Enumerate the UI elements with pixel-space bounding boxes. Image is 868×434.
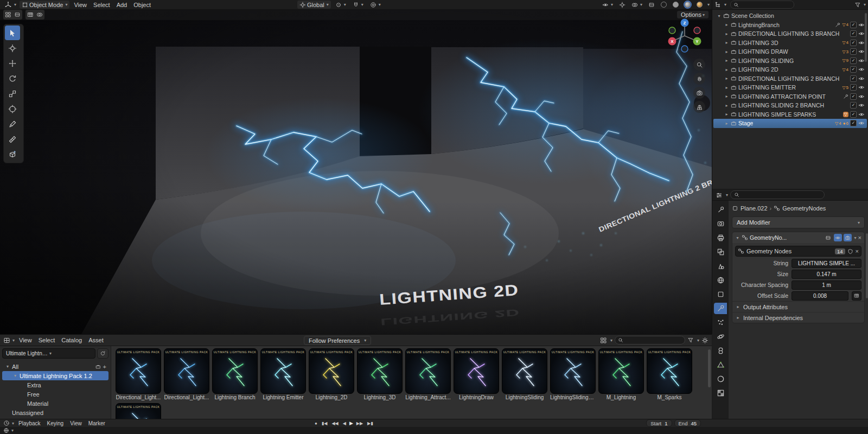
checkbox-icon[interactable]: ✓ [850, 120, 857, 126]
asset-card[interactable]: ULTIMATE LIGHTNING PACK Lightning Branch [212, 348, 258, 401]
asset-thumbnail[interactable]: ULTIMATE LIGHTNING PACK [357, 348, 403, 394]
transform-tool[interactable] [5, 101, 20, 116]
xray-toggle[interactable] [646, 1, 657, 9]
asset-thumbnail[interactable]: ULTIMATE LIGHTNING PACK [598, 348, 644, 394]
shading-rendered-button[interactable] [694, 1, 705, 9]
asset-browser-editor-icon[interactable] [3, 337, 10, 344]
select-through-icon[interactable] [26, 10, 35, 19]
outliner-row[interactable]: ▸ DIRECTIONAL LIGHTNING 3 BRANCH ▽ ▽ ● ✓ [713, 29, 867, 39]
disclosure-triangle-icon[interactable]: ▸ [724, 67, 729, 72]
eye-icon[interactable] [858, 93, 865, 100]
catalog-expand-icon[interactable]: ▾ [13, 373, 17, 378]
texture-tab[interactable] [714, 387, 727, 399]
checkbox-icon[interactable]: ✓ [850, 48, 857, 55]
snap-toggle[interactable]: ▾ [350, 1, 366, 9]
timeline-menu-item[interactable]: Playback [15, 420, 44, 426]
outliner-editor-icon[interactable] [714, 1, 722, 8]
disclosure-triangle-icon[interactable]: ▾ [717, 14, 722, 18]
view-layer-tab[interactable] [714, 246, 727, 258]
checkbox-icon[interactable]: ✓ [850, 40, 857, 46]
shading-wireframe-button[interactable] [659, 1, 669, 9]
tool-tab[interactable] [714, 204, 727, 215]
cursor-tool[interactable] [5, 41, 20, 55]
checkbox-icon[interactable]: ✓ [850, 66, 857, 73]
asset-browser-menu-item[interactable]: Catalog [58, 336, 85, 344]
show-gizmo-toggle[interactable] [617, 1, 628, 9]
eye-icon[interactable] [858, 75, 865, 82]
asset-browser-menu-item[interactable]: Asset [85, 336, 107, 344]
asset-browser-menu-item[interactable]: View [16, 336, 35, 344]
checkbox-icon[interactable]: ✓ [850, 111, 857, 118]
node-group-selector[interactable]: Geometry Nodes 14 × [735, 246, 861, 257]
eye-icon[interactable] [858, 48, 865, 55]
physics-tab[interactable] [714, 331, 727, 342]
asset-thumbnail[interactable]: ULTIMATE LIGHTNING PACK [550, 348, 596, 394]
gear-icon[interactable] [701, 337, 709, 344]
eye-icon[interactable] [858, 30, 865, 37]
asset-library-dropdown[interactable]: Ultimate Lightning Pack v1.2 ▾ [2, 348, 95, 359]
asset-card[interactable]: ULTIMATE LIGHTNING PACK [116, 403, 161, 419]
subpanel-row[interactable]: ▸ Output Attributes [732, 301, 864, 312]
catalog-row[interactable]: ▾ All + [2, 362, 108, 371]
import-method-dropdown[interactable]: Follow Preferences ▾ [304, 336, 371, 345]
outliner-root-row[interactable]: ▾ Scene Collection [713, 11, 867, 21]
gizmo-z-neg[interactable] [681, 46, 688, 52]
catalog-archive-icon[interactable] [95, 364, 101, 369]
field-value[interactable]: 0.147 m [792, 270, 861, 279]
display-mode-grid-icon[interactable] [600, 337, 607, 344]
asset-thumbnail[interactable]: ULTIMATE LIGHTNING PACK [309, 348, 354, 394]
add-modifier-button[interactable]: Add Modifier ▾ [732, 216, 865, 228]
properties-search-input[interactable] [730, 190, 825, 199]
viewport-menu-item[interactable]: Add [113, 1, 131, 9]
filter-icon[interactable] [687, 337, 694, 343]
filter-dropdown-icon[interactable]: ▾ [697, 338, 699, 343]
eye-icon[interactable] [858, 120, 865, 126]
eye-icon[interactable] [858, 22, 865, 28]
outliner-row[interactable]: ▸ DIRECTIONAL LIGHTNING 2 BRANCH ▽ ▽ ● ✓ [713, 74, 867, 84]
checkbox-icon[interactable]: ✓ [850, 58, 857, 64]
outliner-row[interactable]: ▸ Stage ▽ ▽4 ●6 ✓ [713, 119, 867, 128]
asset-card[interactable]: ULTIMATE LIGHTNING PACK Lightning_3D [357, 348, 403, 401]
subpanel-row[interactable]: ▸ Internal Dependencies [732, 312, 864, 323]
asset-thumbnail[interactable]: ULTIMATE LIGHTNING PACK [502, 348, 547, 394]
field-value[interactable]: 0.008 [792, 291, 848, 301]
modifiers-tab[interactable] [714, 303, 727, 314]
mode-dropdown[interactable]: Object Mode▾ [20, 1, 69, 9]
catalog-row[interactable]: Material + [2, 399, 108, 408]
field-value[interactable]: LIGHTNING SIMPLE ... [792, 259, 861, 268]
asset-thumbnail[interactable]: ULTIMATE LIGHTNING PACK [647, 348, 692, 394]
asset-browser-editor-dropdown-icon[interactable]: ▾ [12, 338, 15, 343]
outliner-row[interactable]: ▸ LIGHTNING EMITTER ▽ ▽5 ● ✓ [713, 83, 867, 92]
asset-card[interactable]: ULTIMATE LIGHTNING PACK Directional_Ligh… [164, 348, 209, 401]
asset-thumbnail[interactable]: ULTIMATE LIGHTNING PACK [164, 348, 209, 394]
disclosure-triangle-icon[interactable]: ▸ [724, 22, 729, 27]
asset-card[interactable]: ULTIMATE LIGHTNING PACK Lightning_2D [309, 348, 354, 401]
outliner-row[interactable]: ▸ LIGHTNING SLIDING 2 BRANCH ▽ ▽ ● ✓ [713, 101, 867, 110]
breadcrumb-object[interactable]: Plane.022 [741, 205, 768, 212]
perspective-toggle-button[interactable] [693, 101, 705, 113]
asset-card[interactable]: ULTIMATE LIGHTNING PACK LightningDraw [454, 348, 499, 401]
select-options-icon[interactable] [35, 10, 44, 19]
gizmo-y-neg[interactable] [669, 27, 675, 34]
object-tab[interactable] [714, 289, 727, 300]
pan-button[interactable] [693, 73, 705, 85]
disclosure-triangle-icon[interactable]: ▸ [724, 103, 729, 108]
subpanel-expand-icon[interactable]: ▸ [736, 304, 741, 309]
world-tab[interactable] [714, 275, 727, 286]
fake-user-shield-icon[interactable] [847, 248, 853, 254]
panel-expand-icon[interactable]: ▾ [735, 235, 740, 240]
eye-icon[interactable] [858, 58, 865, 64]
constraints-tab[interactable] [714, 345, 727, 356]
measure-tool[interactable] [5, 132, 20, 146]
disclosure-triangle-icon[interactable]: ▸ [724, 31, 729, 36]
outliner-search-input[interactable] [730, 1, 794, 9]
timeline-editor-dropdown-icon[interactable]: ▾ [12, 421, 14, 426]
properties-editor-icon[interactable] [716, 192, 723, 199]
editor-type-button[interactable]: ▾ [2, 1, 18, 9]
modifier-extras-dropdown-icon[interactable]: ▾ [854, 235, 857, 240]
render-tab[interactable] [714, 218, 727, 229]
modifier-panel-header[interactable]: ▾ GeometryNo... ▾ × [732, 232, 864, 243]
shading-dropdown-icon[interactable]: ▾ [707, 2, 710, 7]
checkbox-icon[interactable]: ✓ [850, 22, 857, 28]
outliner-row[interactable]: ▸ LIGHTNING SIMPLE SPARKS ▽ ▽ ● ✓ [713, 110, 867, 119]
